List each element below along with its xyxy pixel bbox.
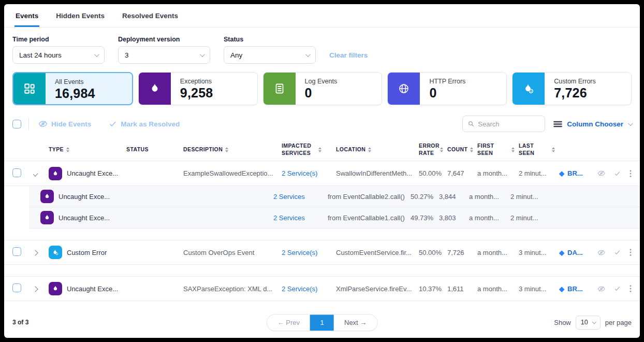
resolve-event-icon[interactable] — [614, 248, 621, 256]
stat-cards: All Events 16,984 Exceptions 9,258 Log E… — [4, 69, 640, 112]
resolve-event-icon[interactable] — [614, 169, 621, 178]
sort-icon[interactable] — [368, 147, 371, 152]
col-header-status[interactable]: STATUS — [126, 146, 183, 153]
event-type: Uncaught Exce... — [67, 169, 118, 177]
kebab-menu-icon[interactable] — [630, 248, 632, 257]
first-seen: a month... — [469, 214, 510, 222]
card-value: 0 — [429, 86, 465, 101]
hide-event-icon[interactable] — [597, 248, 605, 258]
sort-icon[interactable] — [318, 147, 321, 152]
col-header-location[interactable]: LOCATION — [336, 146, 419, 153]
event-type: Custom Error — [67, 249, 107, 256]
tab-events[interactable]: Events — [14, 4, 39, 27]
hide-event-icon[interactable] — [597, 284, 605, 294]
sort-icon[interactable] — [440, 147, 443, 152]
card-label: Log Events — [305, 78, 338, 85]
event-description: Custom OverOps Event — [183, 249, 282, 256]
sort-icon[interactable] — [66, 147, 69, 152]
jira-issue-link[interactable]: ◆BR... — [559, 285, 595, 293]
event-location: CustomEventService.fir... — [336, 249, 419, 256]
event-location: XmlParseService.fireEv... — [336, 285, 419, 293]
deployment-version-filter: Deployment version 3 — [118, 36, 210, 64]
impacted-services-link[interactable]: 2 Service(s) — [282, 169, 336, 177]
page-size-select[interactable]: 10 — [576, 316, 601, 330]
sub-row[interactable]: Uncaught Exce... 2 Services from EventCa… — [29, 186, 640, 207]
prev-page-button[interactable]: ← Prev — [267, 315, 310, 331]
kebab-menu-icon[interactable] — [630, 284, 632, 293]
hide-events-button[interactable]: Hide Events — [38, 119, 91, 129]
status-value: Any — [230, 51, 242, 59]
event-type: Uncaught Exce... — [67, 285, 118, 293]
column-chooser-button[interactable]: Column Chooser — [553, 120, 632, 128]
filter-bar: Time period Last 24 hours Deployment ver… — [4, 27, 640, 69]
sort-icon[interactable] — [511, 147, 515, 152]
sort-icon[interactable] — [225, 147, 228, 152]
error-rate: 49.73% — [411, 214, 439, 222]
table-row[interactable]: Custom Error Custom OverOps Event 2 Serv… — [4, 240, 640, 265]
jira-issue-link[interactable]: ◆BR... — [559, 169, 595, 177]
expand-row-icon[interactable] — [33, 286, 38, 292]
resolve-event-icon[interactable] — [614, 284, 621, 293]
exception-type-icon — [49, 167, 62, 180]
impacted-services-link[interactable]: 2 Services — [273, 193, 328, 201]
event-location: SwallowInDifferentMeth... — [336, 169, 419, 177]
table-row[interactable]: Uncaught Exce... ExampleSwallowedExcepti… — [4, 161, 640, 186]
kebab-menu-icon[interactable] — [630, 169, 632, 178]
table-row[interactable]: Uncaught Exce... SAXParseException: XML … — [4, 276, 640, 301]
next-page-button[interactable]: Next → — [334, 315, 377, 331]
tab-resolved-events[interactable]: Resolved Events — [121, 4, 179, 27]
card-all-events[interactable]: All Events 16,984 — [12, 72, 133, 105]
col-header-error-rate[interactable]: ERROR RATE — [419, 142, 447, 156]
mark-resolved-label: Mark as Resolved — [121, 120, 180, 128]
impacted-services-link[interactable]: 2 Services — [273, 214, 328, 222]
event-count: 7,647 — [447, 169, 477, 177]
card-label: Custom Errors — [554, 78, 596, 85]
last-seen: 2 minut... — [510, 193, 551, 201]
clear-filters-button[interactable]: Clear filters — [329, 51, 368, 59]
event-count: 3,803 — [439, 214, 469, 222]
current-page-button[interactable]: 1 — [310, 315, 334, 331]
card-exceptions[interactable]: Exceptions 9,258 — [138, 72, 258, 105]
time-period-select[interactable]: Last 24 hours — [12, 46, 105, 64]
status-select[interactable]: Any — [224, 46, 316, 64]
deployment-version-select[interactable]: 3 — [118, 46, 210, 64]
event-description: ExampleSwallowedExceptio... — [183, 169, 282, 177]
row-checkbox[interactable] — [12, 283, 21, 292]
search-input[interactable] — [478, 120, 539, 128]
col-header-impacted-services[interactable]: IMPACTED SERVICES — [282, 142, 336, 156]
search-icon — [468, 120, 474, 127]
sort-icon[interactable] — [552, 147, 555, 152]
col-header-type[interactable]: TYPE — [49, 146, 126, 153]
col-header-last-seen[interactable]: LAST SEEN — [519, 142, 559, 156]
impacted-services-link[interactable]: 2 Service(s) — [282, 249, 336, 256]
sort-icon[interactable] — [470, 147, 473, 152]
sub-row[interactable]: Uncaught Exce... 2 Services from EventCa… — [29, 207, 640, 229]
events-dashboard: Events Hidden Events Resolved Events Tim… — [4, 4, 640, 338]
chevron-down-icon — [592, 320, 596, 324]
expand-row-icon[interactable] — [33, 250, 38, 255]
tab-hidden-events[interactable]: Hidden Events — [55, 4, 106, 27]
last-seen: 3 minut... — [519, 285, 559, 293]
error-rate: 50.00% — [419, 249, 447, 256]
exception-type-icon — [40, 190, 54, 203]
col-header-count[interactable]: COUNT — [447, 146, 477, 153]
select-all-checkbox[interactable] — [12, 120, 21, 129]
col-header-first-seen[interactable]: FIRST SEEN — [477, 142, 519, 156]
show-label: Show — [554, 319, 571, 326]
card-http-errors[interactable]: HTTP Errors 0 — [387, 72, 507, 105]
col-header-description[interactable]: DESCRIPTION — [183, 146, 282, 153]
row-checkbox[interactable] — [12, 247, 21, 256]
result-count: 3 of 3 — [12, 319, 28, 326]
row-checkbox[interactable] — [12, 168, 21, 177]
card-log-events[interactable]: Log Events 0 — [263, 72, 383, 105]
grid-icon — [13, 73, 46, 104]
impacted-services-link[interactable]: 2 Service(s) — [282, 285, 336, 293]
mark-resolved-button[interactable]: Mark as Resolved — [109, 120, 180, 128]
jira-diamond-icon: ◆ — [559, 249, 564, 256]
jira-issue-link[interactable]: ◆DA... — [559, 249, 595, 256]
card-label: Exceptions — [180, 78, 213, 85]
card-custom-errors[interactable]: Custom Errors 7,726 — [512, 72, 632, 105]
collapse-row-icon[interactable] — [33, 170, 38, 176]
bulk-actions-toolbar: Hide Events Mark as Resolved Column Choo… — [4, 112, 640, 138]
hide-event-icon[interactable] — [597, 168, 605, 178]
